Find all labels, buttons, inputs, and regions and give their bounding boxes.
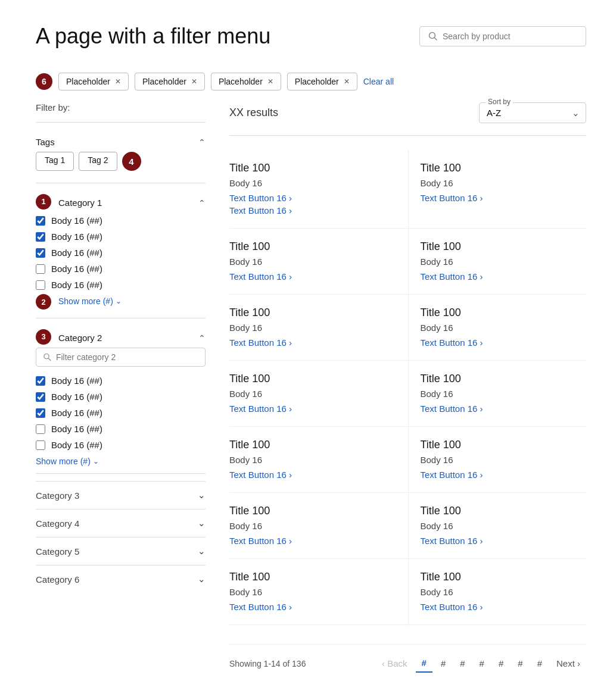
step-badge-1: 1 bbox=[36, 194, 51, 210]
cat2-item-1[interactable]: Body 16 (##) bbox=[36, 373, 206, 389]
svg-line-1 bbox=[435, 38, 437, 40]
product-body-9: Body 16 bbox=[229, 455, 396, 465]
pagination-page-1[interactable]: # bbox=[416, 654, 432, 673]
product-body-8: Body 16 bbox=[421, 389, 575, 399]
cat2-checkbox-5[interactable] bbox=[36, 440, 45, 450]
tag-2[interactable]: Tag 2 bbox=[79, 152, 117, 171]
cat1-item-1[interactable]: Body 16 (##) bbox=[36, 212, 206, 229]
cat3-label: Category 3 bbox=[36, 490, 79, 501]
tags-content-row: Tag 1 Tag 2 4 bbox=[36, 152, 206, 176]
product-title-7: Title 100 bbox=[229, 373, 396, 385]
category-2-section: 3 Category 2 ⌃ Body 16 bbox=[36, 326, 206, 466]
cat1-show-more[interactable]: Show more (#) ⌄ bbox=[58, 296, 122, 306]
tag-1[interactable]: Tag 1 bbox=[36, 152, 74, 171]
pagination-page-4[interactable]: # bbox=[474, 655, 490, 672]
category-3-collapsed[interactable]: Category 3 ⌄ bbox=[36, 481, 206, 509]
product-title-11: Title 100 bbox=[229, 505, 396, 517]
cat1-checkbox-4[interactable] bbox=[36, 264, 45, 274]
product-btn-7a[interactable]: Text Button 16 › bbox=[229, 404, 292, 414]
product-item-2: Title 100 Body 16 Text Button 16 › bbox=[408, 150, 587, 229]
product-title-12: Title 100 bbox=[421, 505, 575, 517]
product-btn-11a[interactable]: Text Button 16 › bbox=[229, 536, 292, 546]
cat2-checkbox-4[interactable] bbox=[36, 424, 45, 434]
category-4-collapsed[interactable]: Category 4 ⌄ bbox=[36, 509, 206, 537]
step-badge-3: 3 bbox=[36, 329, 51, 345]
cat2-checkbox-3[interactable] bbox=[36, 408, 45, 418]
product-btn-8a[interactable]: Text Button 16 › bbox=[421, 404, 483, 414]
product-btn-14a[interactable]: Text Button 16 › bbox=[421, 602, 483, 612]
product-btn-3a[interactable]: Text Button 16 › bbox=[229, 271, 292, 282]
chip-remove-icon[interactable]: ✕ bbox=[344, 77, 350, 86]
pagination-page-6[interactable]: # bbox=[512, 655, 528, 672]
step-badge-4: 4 bbox=[122, 152, 141, 171]
pagination-next-button[interactable]: Next › bbox=[550, 655, 586, 672]
page-title: A page with a filter menu bbox=[36, 24, 270, 49]
pagination-page-2[interactable]: # bbox=[435, 655, 452, 672]
chip-remove-icon[interactable]: ✕ bbox=[115, 77, 121, 86]
cat2-item-3[interactable]: Body 16 (##) bbox=[36, 405, 206, 421]
results-count: XX results bbox=[229, 107, 278, 119]
product-btn-12a[interactable]: Text Button 16 › bbox=[421, 536, 483, 546]
filter-chip-3[interactable]: Placeholder ✕ bbox=[211, 73, 281, 90]
cat1-item-5[interactable]: Body 16 (##) bbox=[36, 277, 206, 293]
pagination-page-7[interactable]: # bbox=[531, 655, 548, 672]
product-body-5: Body 16 bbox=[229, 323, 396, 333]
cat1-item-3[interactable]: Body 16 (##) bbox=[36, 245, 206, 261]
tags-chevron-icon: ⌃ bbox=[198, 138, 206, 147]
product-item-10: Title 100 Body 16 Text Button 16 › bbox=[408, 427, 587, 493]
tags-header[interactable]: Tags ⌃ bbox=[36, 130, 206, 152]
filter-chip-4[interactable]: Placeholder ✕ bbox=[287, 73, 357, 90]
clear-all-button[interactable]: Clear all bbox=[363, 77, 394, 86]
filter-category-input[interactable] bbox=[56, 352, 198, 362]
chip-remove-icon[interactable]: ✕ bbox=[191, 77, 197, 86]
cat3-chevron-icon: ⌄ bbox=[198, 490, 206, 501]
product-btn-9a[interactable]: Text Button 16 › bbox=[229, 470, 292, 480]
filter-chip-2[interactable]: Placeholder ✕ bbox=[135, 73, 205, 90]
pagination-back-button[interactable]: ‹ Back bbox=[376, 655, 413, 672]
pagination-page-5[interactable]: # bbox=[493, 655, 509, 672]
product-btn-10a[interactable]: Text Button 16 › bbox=[421, 470, 483, 480]
sort-select[interactable]: A-Z Z-A Newest Oldest bbox=[487, 108, 564, 118]
product-btn-2a[interactable]: Text Button 16 › bbox=[421, 193, 483, 203]
cat2-item-4[interactable]: Body 16 (##) bbox=[36, 421, 206, 437]
cat2-item-2[interactable]: Body 16 (##) bbox=[36, 389, 206, 405]
category-2-header[interactable]: Category 2 ⌃ bbox=[58, 326, 206, 348]
cat1-checkbox-1[interactable] bbox=[36, 216, 45, 226]
product-body-1: Body 16 bbox=[229, 178, 396, 188]
product-btn-4a[interactable]: Text Button 16 › bbox=[421, 271, 483, 282]
cat1-checkbox-2[interactable] bbox=[36, 232, 45, 242]
cat2-item-5[interactable]: Body 16 (##) bbox=[36, 437, 206, 453]
search-box[interactable] bbox=[419, 26, 586, 46]
sort-label: Sort by bbox=[485, 98, 513, 106]
category-6-collapsed[interactable]: Category 6 ⌄ bbox=[36, 565, 206, 593]
category-1-header[interactable]: Category 1 ⌃ bbox=[58, 190, 206, 212]
sidebar: Filter by: Tags ⌃ Tag 1 Tag 2 4 bbox=[36, 102, 206, 673]
category-2-label: Category 2 bbox=[58, 333, 102, 343]
tags-label: Tags bbox=[36, 137, 55, 147]
cat2-checkbox-2[interactable] bbox=[36, 392, 45, 402]
product-btn-13a[interactable]: Text Button 16 › bbox=[229, 602, 292, 612]
cat1-checkbox-3[interactable] bbox=[36, 248, 45, 258]
cat1-item-4-label: Body 16 (##) bbox=[51, 264, 102, 274]
filter-category-search[interactable] bbox=[36, 348, 206, 367]
category-5-collapsed[interactable]: Category 5 ⌄ bbox=[36, 537, 206, 565]
chip-remove-icon[interactable]: ✕ bbox=[267, 77, 273, 86]
search-input[interactable] bbox=[443, 32, 577, 41]
pagination-page-3[interactable]: # bbox=[454, 655, 471, 672]
product-btn-1b[interactable]: Text Button 16 › bbox=[229, 205, 292, 215]
cat1-item-2[interactable]: Body 16 (##) bbox=[36, 229, 206, 245]
cat1-checkbox-5[interactable] bbox=[36, 280, 45, 290]
cat2-show-more[interactable]: Show more (#) ⌄ bbox=[36, 457, 206, 466]
product-btn-1a[interactable]: Text Button 16 › bbox=[229, 193, 292, 203]
product-item-14: Title 100 Body 16 Text Button 16 › bbox=[408, 559, 587, 625]
sort-chevron-icon: ⌄ bbox=[572, 108, 580, 118]
cat1-item-4[interactable]: Body 16 (##) bbox=[36, 261, 206, 277]
tags-row: Tag 1 Tag 2 4 bbox=[36, 152, 145, 171]
cat2-item-5-label: Body 16 (##) bbox=[51, 440, 102, 450]
product-btn-6a[interactable]: Text Button 16 › bbox=[421, 338, 483, 348]
product-body-6: Body 16 bbox=[421, 323, 575, 333]
cat5-label: Category 5 bbox=[36, 546, 79, 557]
cat2-checkbox-1[interactable] bbox=[36, 376, 45, 386]
filter-chip-1[interactable]: Placeholder ✕ bbox=[58, 73, 129, 90]
product-btn-5a[interactable]: Text Button 16 › bbox=[229, 338, 292, 348]
